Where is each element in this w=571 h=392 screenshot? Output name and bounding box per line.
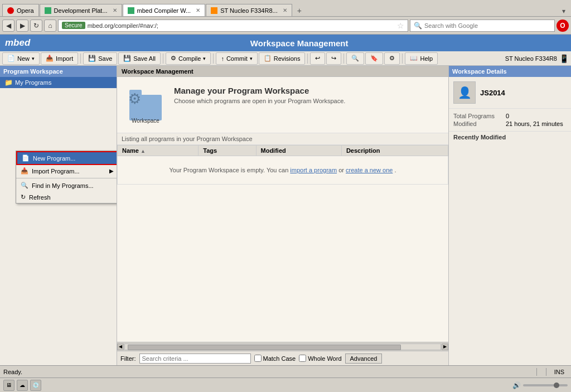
compile-button[interactable]: ⚙ Compile ▾ <box>166 52 211 65</box>
match-case-checkbox[interactable]: Match Case <box>254 355 296 362</box>
right-panel-title: Workspace Details <box>449 66 571 77</box>
separator2 <box>163 54 163 64</box>
opera-menu-icon[interactable]: O <box>557 20 569 32</box>
tab-label: Opera <box>17 7 34 14</box>
slider-track[interactable] <box>523 384 568 386</box>
context-menu-find-programs[interactable]: 🔍 Find in My Programs... <box>16 180 117 191</box>
find-programs-label: Find in My Programs... <box>32 182 94 189</box>
modified-label: Modified <box>453 120 504 127</box>
username: JS2014 <box>480 89 505 97</box>
my-programs-tree-item[interactable]: 📁 My Programs <box>0 77 117 88</box>
my-programs-label: My Programs <box>15 79 51 86</box>
tab-mbed[interactable]: mbed Compiler W... ✕ <box>123 4 206 16</box>
home-button[interactable]: ⌂ <box>44 20 56 32</box>
slider-thumb[interactable] <box>554 383 559 388</box>
col-description[interactable]: Description <box>341 146 448 156</box>
tab-stnucleo[interactable]: ST Nucleo F334R8... ✕ <box>206 4 292 16</box>
workspace-description: Choose which programs are open in your P… <box>174 98 345 104</box>
new-button[interactable]: 📄 New ▾ <box>2 52 40 65</box>
forward-button[interactable]: ▶ <box>16 20 28 32</box>
save-all-button[interactable]: 💾 Save All <box>118 52 161 65</box>
recently-modified-title: Recently Modified <box>449 132 571 143</box>
workspace-heading: Manage your Program Workspace <box>174 86 345 95</box>
stnucleo-favicon <box>211 7 217 14</box>
devplat-favicon <box>45 7 51 14</box>
system-icon-monitor[interactable]: 🖥 <box>3 380 14 391</box>
workspace-icon-container: ⚙ Workspace <box>126 86 165 124</box>
total-programs-value: 0 <box>506 113 509 119</box>
context-menu-import-program[interactable]: 📥 Import Program... ▶ <box>16 165 117 177</box>
back-button[interactable]: ◀ <box>2 20 14 32</box>
status-divider1 <box>536 368 537 376</box>
context-menu-new-program[interactable]: 📄 New Program... <box>16 151 117 165</box>
search-bar[interactable]: 🔍 <box>410 20 555 32</box>
compile-icon: ⚙ <box>171 55 176 62</box>
address-bar[interactable]: Secure mbed.org/compiler/#nav:/; ☆ <box>58 20 408 32</box>
tab-label: mbed Compiler W... <box>137 7 191 14</box>
create-link[interactable]: create a new one <box>346 167 393 173</box>
close-icon[interactable]: ✕ <box>283 7 287 13</box>
star-icon[interactable]: ☆ <box>397 21 404 30</box>
system-bar: 🖥 ☁ 💿 🔊 <box>0 378 571 392</box>
save-button[interactable]: 💾 Save <box>83 52 117 65</box>
find-icon: 🔍 <box>21 182 28 189</box>
import-program-icon: 📥 <box>21 167 28 175</box>
avatar: 👤 <box>453 81 476 104</box>
address-text: mbed.org/compiler/#nav:/; <box>88 22 395 29</box>
new-program-icon: 📄 <box>22 154 30 162</box>
col-modified[interactable]: Modified <box>256 146 341 156</box>
separator6 <box>402 54 403 64</box>
status-text: Ready. <box>3 369 532 375</box>
col-tags[interactable]: Tags <box>199 146 256 156</box>
import-program-label: Import Program... <box>32 168 80 175</box>
system-icon-network[interactable]: ☁ <box>17 380 28 391</box>
advanced-button[interactable]: Advanced <box>345 354 383 364</box>
settings-button[interactable]: ⚙ <box>384 52 400 65</box>
workspace-icon-label: Workspace <box>132 118 159 124</box>
modified-row: Modified 21 hours, 21 minutes <box>453 120 567 128</box>
tab-opera[interactable]: Opera <box>2 4 39 16</box>
import-button[interactable]: 📥 Import <box>41 52 78 65</box>
mbed-favicon <box>128 7 134 14</box>
context-menu-refresh[interactable]: ↻ Refresh <box>16 191 117 203</box>
whole-word-checkbox[interactable]: Whole Word <box>299 355 341 362</box>
bookmark-button[interactable]: 🔖 <box>365 52 383 65</box>
close-icon[interactable]: ✕ <box>113 7 117 13</box>
ins-badge: INS <box>551 369 568 375</box>
separator5 <box>343 54 344 64</box>
import-link[interactable]: import a program <box>290 167 337 173</box>
h-scrollbar-track[interactable] <box>124 343 441 350</box>
commit-icon: ↑ <box>221 55 224 62</box>
separator1 <box>80 54 81 64</box>
revisions-button[interactable]: 📋 Revisions <box>259 52 306 65</box>
revisions-icon: 📋 <box>264 55 272 62</box>
separator3 <box>213 54 214 64</box>
search-input[interactable] <box>424 22 530 29</box>
volume-icon: 🔊 <box>512 381 521 389</box>
left-panel-title: Program Workspace <box>0 66 117 77</box>
scroll-right-button[interactable]: ▶ <box>442 343 448 350</box>
filter-input[interactable] <box>139 354 251 364</box>
new-tab-button[interactable]: + <box>293 5 306 16</box>
tab-scroll-button[interactable]: ▾ <box>559 6 569 16</box>
search-icon: 🔍 <box>414 22 422 30</box>
dropdown-arrow-icon: ▾ <box>32 56 35 61</box>
center-panel-title: Workspace Management <box>117 66 448 77</box>
h-scroll-thumb[interactable] <box>128 345 401 350</box>
close-icon[interactable]: ✕ <box>196 7 200 13</box>
workspace-text-section: Manage your Program Workspace Choose whi… <box>174 86 345 104</box>
device-label: ST Nucleo F334R8 <box>505 55 557 62</box>
commit-button[interactable]: ↑ Commit ▾ <box>216 52 257 65</box>
secure-badge: Secure <box>62 22 85 29</box>
redo-button[interactable]: ↪ <box>326 52 341 65</box>
help-button[interactable]: 📖 Help <box>405 52 438 65</box>
col-name[interactable]: Name ▲ <box>118 146 199 156</box>
save-all-icon: 💾 <box>123 55 131 62</box>
system-icon-drive[interactable]: 💿 <box>30 380 41 391</box>
undo-button[interactable]: ↩ <box>310 52 325 65</box>
scroll-left-button[interactable]: ◀ <box>117 343 124 350</box>
reload-button[interactable]: ↻ <box>30 20 42 32</box>
empty-row: Your Program Workspace is empty. You can… <box>118 156 448 185</box>
search-button[interactable]: 🔍 <box>346 52 364 65</box>
tab-devplat[interactable]: Development Plat... ✕ <box>40 4 122 16</box>
